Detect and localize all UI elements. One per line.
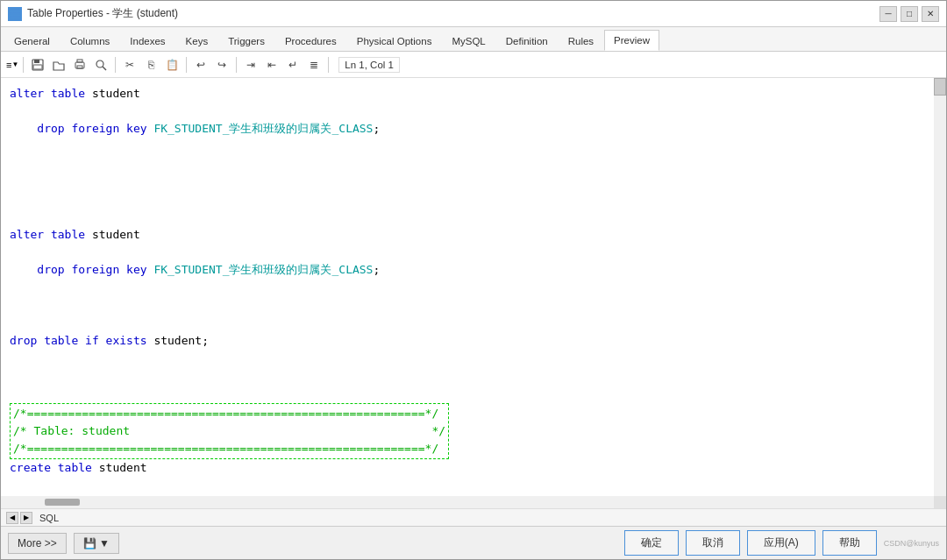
save-icon: 💾 <box>83 537 96 549</box>
svg-point-10 <box>96 60 103 67</box>
tab-procedures[interactable]: Procedures <box>275 30 346 51</box>
minimize-button[interactable]: ─ <box>879 6 897 22</box>
tab-columns[interactable]: Columns <box>61 30 119 51</box>
toolbar-format-btn[interactable]: ≣ <box>304 55 324 74</box>
toolbar-sep-4 <box>236 57 237 73</box>
tab-mysql[interactable]: MySQL <box>442 30 495 51</box>
status-prev-btn[interactable]: ◀ <box>6 512 18 524</box>
main-window: Table Properties - 学生 (student) ─ □ ✕ Ge… <box>0 0 947 560</box>
svg-rect-0 <box>10 9 20 19</box>
app-icon <box>8 7 22 21</box>
svg-rect-5 <box>34 60 39 63</box>
toolbar: ≡ ▼ ✂ ⎘ 📋 ↩ ↪ ⇥ ⇤ ↵ ≣ Ln 1, Col 1 <box>1 52 946 78</box>
title-bar-left: Table Properties - 学生 (student) <box>8 6 178 21</box>
tab-keys[interactable]: Keys <box>176 30 218 51</box>
footer-bar: More >> 💾 ▼ 确定 取消 应用(A) 帮助 CSDN@kunyus <box>1 526 946 559</box>
status-bar: ◀ ▶ SQL <box>1 508 946 526</box>
status-next-btn[interactable]: ▶ <box>20 512 32 524</box>
toolbar-sep-2 <box>115 57 116 73</box>
apply-button[interactable]: 应用(A) <box>747 530 815 556</box>
cancel-button[interactable]: 取消 <box>686 530 740 556</box>
toolbar-indent-btn[interactable]: ⇥ <box>241 55 260 74</box>
title-bar: Table Properties - 学生 (student) ─ □ ✕ <box>1 1 946 27</box>
toolbar-redo-btn[interactable]: ↪ <box>212 55 231 74</box>
confirm-button[interactable]: 确定 <box>624 530 679 556</box>
toolbar-paste-btn[interactable]: 📋 <box>162 55 182 74</box>
tab-rules[interactable]: Rules <box>559 30 603 51</box>
svg-rect-8 <box>77 60 82 62</box>
scroll-thumb-horizontal[interactable] <box>45 499 80 506</box>
status-sql-label: SQL <box>36 513 62 523</box>
scroll-corner <box>934 496 946 508</box>
svg-line-11 <box>103 67 106 70</box>
toolbar-sep-1 <box>23 57 24 73</box>
tab-triggers[interactable]: Triggers <box>218 30 274 51</box>
horizontal-scrollbar[interactable] <box>1 496 934 508</box>
svg-rect-6 <box>33 65 42 69</box>
toolbar-open-btn[interactable] <box>49 55 68 74</box>
svg-rect-9 <box>77 66 82 68</box>
toolbar-sep-5 <box>328 57 329 73</box>
status-nav: ◀ ▶ <box>6 512 32 524</box>
window-controls: ─ □ ✕ <box>879 6 939 22</box>
tab-definition[interactable]: Definition <box>496 30 558 51</box>
close-button[interactable]: ✕ <box>922 6 939 22</box>
code-editor-container: alter table student drop foreign key FK_… <box>1 78 946 508</box>
tabs-bar: General Columns Indexes Keys Triggers Pr… <box>1 27 946 52</box>
tab-general[interactable]: General <box>4 30 60 51</box>
toolbar-save-btn[interactable] <box>28 55 47 74</box>
code-content: alter table student drop foreign key FK_… <box>10 85 937 508</box>
save-button[interactable]: 💾 ▼ <box>74 533 119 554</box>
toolbar-unindent-btn[interactable]: ⇤ <box>262 55 281 74</box>
maximize-button[interactable]: □ <box>901 6 918 22</box>
toolbar-copy-btn[interactable]: ⎘ <box>141 55 160 74</box>
window-title: Table Properties - 学生 (student) <box>27 6 178 21</box>
toolbar-find-btn[interactable] <box>91 55 110 74</box>
toolbar-cut-btn[interactable]: ✂ <box>120 55 139 74</box>
help-button[interactable]: 帮助 <box>822 530 877 556</box>
watermark: CSDN@kunyus <box>884 539 939 548</box>
tab-indexes[interactable]: Indexes <box>120 30 174 51</box>
toolbar-wrap-btn[interactable]: ↵ <box>283 55 303 74</box>
tab-preview[interactable]: Preview <box>604 30 659 51</box>
code-editor[interactable]: alter table student drop foreign key FK_… <box>1 78 946 508</box>
toolbar-print-btn[interactable] <box>70 55 89 74</box>
scroll-up-btn[interactable] <box>934 78 946 96</box>
toolbar-sep-3 <box>186 57 187 73</box>
toolbar-undo-btn[interactable]: ↩ <box>191 55 210 74</box>
tab-physical-options[interactable]: Physical Options <box>347 30 442 51</box>
cursor-position: Ln 1, Col 1 <box>338 57 400 73</box>
more-button[interactable]: More >> <box>8 533 67 554</box>
vertical-scrollbar[interactable] <box>934 78 946 496</box>
toolbar-edit-dropdown[interactable]: ≡ ▼ <box>6 60 18 70</box>
